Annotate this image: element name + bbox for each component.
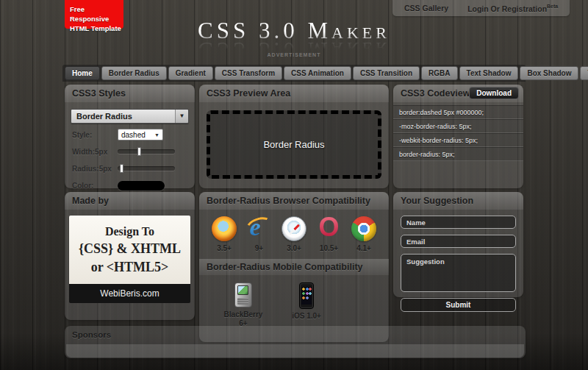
made-by-panel: Made by Design To {CSS} & XHTML or <HTML… — [65, 192, 195, 320]
tab-gradient[interactable]: Gradient — [168, 66, 213, 80]
tab-text-shadow[interactable]: Text Shadow — [459, 66, 519, 80]
blackberry-compat-item: BlackBerry 6+ — [221, 282, 265, 328]
ios-compat-item: iOS 1.0+ — [284, 282, 329, 328]
made-by-card[interactable]: Design To {CSS} & XHTML or <HTML5> — [69, 216, 190, 284]
style-select-value: dashed — [121, 131, 146, 139]
advertisement-label: ADVERTISEMENT — [0, 52, 588, 57]
tab-css-transform[interactable]: CSS Transform — [215, 66, 282, 80]
ie-compat-item: e 9+ — [245, 216, 274, 253]
beta-label: Beta — [547, 4, 558, 9]
suggestion-textarea[interactable] — [401, 254, 516, 292]
submit-button[interactable]: Submit — [401, 298, 516, 312]
suggestion-title: Your Suggestion — [393, 192, 523, 210]
sponsors-content-area — [66, 344, 524, 357]
style-row: Style: dashed ▼ — [72, 129, 187, 140]
download-button[interactable]: Download — [469, 87, 519, 99]
css-gallery-link[interactable]: CSS Gallery — [404, 4, 448, 13]
firefox-compat-item: 3.5+ — [209, 216, 239, 253]
opera-compat-item: O 10.5+ — [315, 216, 344, 253]
code-line: border:dashed 5px #000000; — [393, 105, 523, 119]
css3-preview-panel: CSS3 Preview Area Border Radius — [199, 85, 389, 188]
color-picker-swatch[interactable] — [118, 181, 165, 191]
mobile-compatibility-title: Border-Radius Mobile Compatibility — [199, 259, 389, 275]
code-line: -webkit-border-radius: 5px; — [393, 133, 523, 147]
chrome-compat-item: 4.1+ — [349, 216, 379, 253]
tab-rgba[interactable]: RGBA — [421, 66, 457, 80]
name-field[interactable] — [401, 216, 516, 229]
blackberry-icon — [234, 282, 252, 307]
browser-compatibility-title: Border-Radius Browser Compatibility — [199, 192, 389, 210]
preview-box-label: Border Radius — [263, 139, 324, 150]
safari-compat-item: 3.0+ — [279, 216, 309, 253]
mobile-compatibility-row: BlackBerry 6+ iOS 1.0+ — [199, 275, 389, 328]
width-slider[interactable] — [118, 149, 175, 154]
css3-preview-title: CSS3 Preview Area — [199, 85, 389, 102]
compatibility-panel: Border-Radius Browser Compatibility 3.5+… — [199, 192, 389, 342]
width-row: Width:5px — [72, 146, 187, 157]
made-by-title: Made by — [65, 192, 195, 210]
style-select-dropdown[interactable]: dashed ▼ — [118, 129, 163, 140]
code-line: border-radius: 5px; — [393, 147, 523, 161]
made-by-line3: or <HTML5> — [69, 260, 190, 275]
made-by-line1: Design To — [69, 225, 190, 238]
radius-row: Radius:5px — [72, 163, 187, 174]
chevron-down-icon: ▼ — [175, 110, 188, 123]
chrome-icon — [351, 216, 376, 241]
safari-icon — [282, 216, 306, 241]
firefox-icon — [212, 216, 237, 241]
radius-slider[interactable] — [118, 166, 175, 171]
top-navigation: CSS Gallery Login Or RegistrationBeta — [392, 0, 570, 16]
tab-border-radius[interactable]: Border Radius — [101, 66, 167, 80]
page-background: Free Responsive HTML Template CSS Galler… — [0, 0, 588, 370]
tab-css-animation[interactable]: CSS Animation — [284, 66, 351, 80]
tab-box-shadow[interactable]: Box Shadow — [520, 66, 578, 80]
suggestion-panel: Your Suggestion Submit — [393, 192, 523, 297]
feature-select-value: Border Radius — [71, 110, 175, 123]
chevron-down-icon: ▼ — [154, 132, 159, 138]
site-title-reflection: CSS 3.0 Maker — [0, 39, 588, 62]
css3-styles-panel: CSS3 Styles Border Radius ▼ Style: dashe… — [65, 85, 195, 188]
tab-css-transition[interactable]: CSS Transition — [353, 66, 420, 80]
sponsors-title: Sponsors — [65, 326, 526, 344]
code-listing: border:dashed 5px #000000; -moz-border-r… — [393, 105, 523, 161]
chrome-version: 4.1+ — [356, 244, 371, 253]
width-label: Width:5px — [72, 148, 118, 156]
css3-codeview-panel: CSS3 Codeview Download border:dashed 5px… — [393, 85, 523, 188]
main-tab-bar: Home Border Radius Gradient CSS Transfor… — [62, 65, 526, 82]
radius-label: Radius:5px — [72, 165, 118, 173]
css3-styles-title: CSS3 Styles — [65, 85, 195, 102]
opera-icon: O — [317, 216, 342, 241]
radius-slider-handle[interactable] — [120, 164, 123, 173]
safari-version: 3.0+ — [287, 244, 301, 253]
made-by-line2: {CSS} & XHTML — [69, 241, 190, 257]
ie-version: 9+ — [255, 244, 263, 253]
sponsors-panel: Sponsors — [65, 326, 526, 358]
browser-compatibility-row: 3.5+ e 9+ 3.0+ O 10.5+ — [199, 210, 389, 253]
css3-codeview-title: CSS3 Codeview Download — [393, 85, 523, 102]
email-field[interactable] — [401, 235, 516, 248]
tab-home[interactable]: Home — [65, 66, 100, 80]
tab-text-rotation[interactable]: Text Rotation — [580, 66, 588, 80]
webiberis-link[interactable]: WebiBeris.com — [69, 284, 190, 303]
style-label: Style: — [72, 131, 118, 139]
width-slider-handle[interactable] — [137, 147, 141, 156]
border-radius-preview-box: Border Radius — [207, 110, 381, 179]
feature-select-dropdown[interactable]: Border Radius ▼ — [71, 109, 189, 124]
color-label: Color: — [72, 182, 118, 190]
color-row: Color: — [72, 179, 187, 191]
iphone-icon — [299, 282, 314, 309]
internet-explorer-icon: e — [247, 216, 272, 241]
firefox-version: 3.5+ — [217, 244, 232, 253]
code-line: -moz-border-radius: 5px; — [393, 119, 523, 133]
login-registration-link[interactable]: Login Or RegistrationBeta — [467, 4, 558, 13]
ios-label: iOS 1.0+ — [292, 312, 321, 321]
opera-version: 10.5+ — [320, 244, 338, 253]
